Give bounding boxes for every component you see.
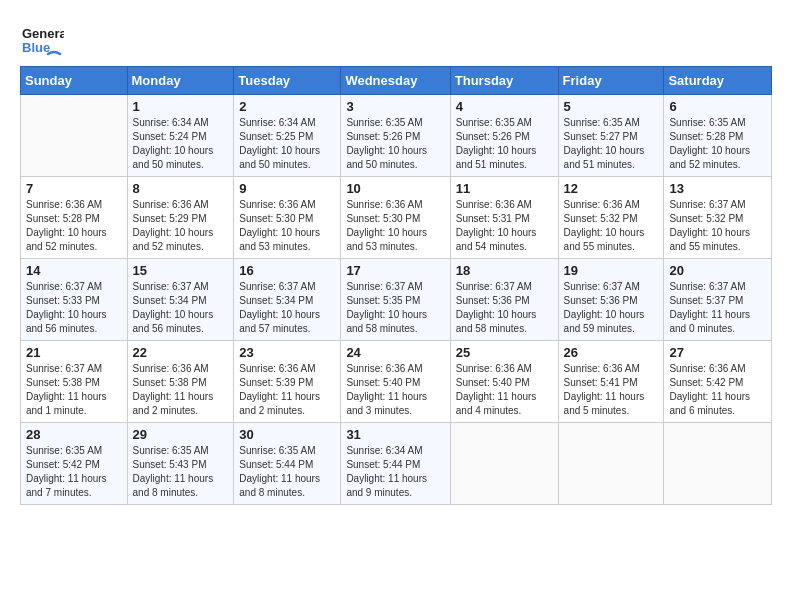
weekday-header-friday: Friday bbox=[558, 67, 664, 95]
day-number: 6 bbox=[669, 99, 766, 114]
week-row-5: 28Sunrise: 6:35 AMSunset: 5:42 PMDayligh… bbox=[21, 423, 772, 505]
cell-details: Sunrise: 6:36 AMSunset: 5:31 PMDaylight:… bbox=[456, 198, 553, 254]
day-number: 30 bbox=[239, 427, 335, 442]
cell-details: Sunrise: 6:36 AMSunset: 5:39 PMDaylight:… bbox=[239, 362, 335, 418]
calendar-cell bbox=[558, 423, 664, 505]
cell-details: Sunrise: 6:36 AMSunset: 5:42 PMDaylight:… bbox=[669, 362, 766, 418]
calendar-cell bbox=[664, 423, 772, 505]
day-number: 29 bbox=[133, 427, 229, 442]
day-number: 14 bbox=[26, 263, 122, 278]
cell-details: Sunrise: 6:37 AMSunset: 5:36 PMDaylight:… bbox=[456, 280, 553, 336]
cell-details: Sunrise: 6:34 AMSunset: 5:44 PMDaylight:… bbox=[346, 444, 444, 500]
weekday-header-wednesday: Wednesday bbox=[341, 67, 450, 95]
week-row-2: 7Sunrise: 6:36 AMSunset: 5:28 PMDaylight… bbox=[21, 177, 772, 259]
cell-details: Sunrise: 6:37 AMSunset: 5:32 PMDaylight:… bbox=[669, 198, 766, 254]
calendar-cell: 8Sunrise: 6:36 AMSunset: 5:29 PMDaylight… bbox=[127, 177, 234, 259]
weekday-header-saturday: Saturday bbox=[664, 67, 772, 95]
week-row-4: 21Sunrise: 6:37 AMSunset: 5:38 PMDayligh… bbox=[21, 341, 772, 423]
day-number: 19 bbox=[564, 263, 659, 278]
logo-icon: General Blue bbox=[20, 16, 64, 60]
day-number: 9 bbox=[239, 181, 335, 196]
cell-details: Sunrise: 6:37 AMSunset: 5:34 PMDaylight:… bbox=[133, 280, 229, 336]
calendar-cell: 18Sunrise: 6:37 AMSunset: 5:36 PMDayligh… bbox=[450, 259, 558, 341]
day-number: 11 bbox=[456, 181, 553, 196]
calendar-cell: 21Sunrise: 6:37 AMSunset: 5:38 PMDayligh… bbox=[21, 341, 128, 423]
svg-text:General: General bbox=[22, 26, 64, 41]
day-number: 28 bbox=[26, 427, 122, 442]
week-row-1: 1Sunrise: 6:34 AMSunset: 5:24 PMDaylight… bbox=[21, 95, 772, 177]
day-number: 16 bbox=[239, 263, 335, 278]
calendar-cell: 22Sunrise: 6:36 AMSunset: 5:38 PMDayligh… bbox=[127, 341, 234, 423]
day-number: 15 bbox=[133, 263, 229, 278]
calendar-cell: 11Sunrise: 6:36 AMSunset: 5:31 PMDayligh… bbox=[450, 177, 558, 259]
svg-text:Blue: Blue bbox=[22, 40, 50, 55]
calendar-cell bbox=[21, 95, 128, 177]
cell-details: Sunrise: 6:36 AMSunset: 5:41 PMDaylight:… bbox=[564, 362, 659, 418]
day-number: 18 bbox=[456, 263, 553, 278]
day-number: 21 bbox=[26, 345, 122, 360]
calendar-cell: 1Sunrise: 6:34 AMSunset: 5:24 PMDaylight… bbox=[127, 95, 234, 177]
day-number: 27 bbox=[669, 345, 766, 360]
weekday-header-sunday: Sunday bbox=[21, 67, 128, 95]
calendar-cell: 10Sunrise: 6:36 AMSunset: 5:30 PMDayligh… bbox=[341, 177, 450, 259]
cell-details: Sunrise: 6:34 AMSunset: 5:24 PMDaylight:… bbox=[133, 116, 229, 172]
cell-details: Sunrise: 6:36 AMSunset: 5:38 PMDaylight:… bbox=[133, 362, 229, 418]
cell-details: Sunrise: 6:35 AMSunset: 5:44 PMDaylight:… bbox=[239, 444, 335, 500]
weekday-header-tuesday: Tuesday bbox=[234, 67, 341, 95]
day-number: 22 bbox=[133, 345, 229, 360]
weekday-header-monday: Monday bbox=[127, 67, 234, 95]
day-number: 24 bbox=[346, 345, 444, 360]
day-number: 26 bbox=[564, 345, 659, 360]
calendar-cell: 17Sunrise: 6:37 AMSunset: 5:35 PMDayligh… bbox=[341, 259, 450, 341]
calendar-cell: 14Sunrise: 6:37 AMSunset: 5:33 PMDayligh… bbox=[21, 259, 128, 341]
calendar-cell: 6Sunrise: 6:35 AMSunset: 5:28 PMDaylight… bbox=[664, 95, 772, 177]
cell-details: Sunrise: 6:35 AMSunset: 5:27 PMDaylight:… bbox=[564, 116, 659, 172]
day-number: 12 bbox=[564, 181, 659, 196]
calendar-cell: 28Sunrise: 6:35 AMSunset: 5:42 PMDayligh… bbox=[21, 423, 128, 505]
calendar-cell: 13Sunrise: 6:37 AMSunset: 5:32 PMDayligh… bbox=[664, 177, 772, 259]
calendar-cell: 30Sunrise: 6:35 AMSunset: 5:44 PMDayligh… bbox=[234, 423, 341, 505]
day-number: 10 bbox=[346, 181, 444, 196]
day-number: 25 bbox=[456, 345, 553, 360]
calendar-cell: 25Sunrise: 6:36 AMSunset: 5:40 PMDayligh… bbox=[450, 341, 558, 423]
calendar-cell: 16Sunrise: 6:37 AMSunset: 5:34 PMDayligh… bbox=[234, 259, 341, 341]
calendar-cell: 2Sunrise: 6:34 AMSunset: 5:25 PMDaylight… bbox=[234, 95, 341, 177]
cell-details: Sunrise: 6:36 AMSunset: 5:29 PMDaylight:… bbox=[133, 198, 229, 254]
day-number: 23 bbox=[239, 345, 335, 360]
calendar-cell: 19Sunrise: 6:37 AMSunset: 5:36 PMDayligh… bbox=[558, 259, 664, 341]
cell-details: Sunrise: 6:35 AMSunset: 5:26 PMDaylight:… bbox=[346, 116, 444, 172]
cell-details: Sunrise: 6:36 AMSunset: 5:32 PMDaylight:… bbox=[564, 198, 659, 254]
calendar-cell: 29Sunrise: 6:35 AMSunset: 5:43 PMDayligh… bbox=[127, 423, 234, 505]
cell-details: Sunrise: 6:36 AMSunset: 5:30 PMDaylight:… bbox=[239, 198, 335, 254]
calendar-cell: 27Sunrise: 6:36 AMSunset: 5:42 PMDayligh… bbox=[664, 341, 772, 423]
cell-details: Sunrise: 6:37 AMSunset: 5:38 PMDaylight:… bbox=[26, 362, 122, 418]
calendar-cell: 26Sunrise: 6:36 AMSunset: 5:41 PMDayligh… bbox=[558, 341, 664, 423]
calendar-cell bbox=[450, 423, 558, 505]
calendar-cell: 7Sunrise: 6:36 AMSunset: 5:28 PMDaylight… bbox=[21, 177, 128, 259]
calendar-cell: 3Sunrise: 6:35 AMSunset: 5:26 PMDaylight… bbox=[341, 95, 450, 177]
day-number: 5 bbox=[564, 99, 659, 114]
page-header: General Blue bbox=[20, 16, 772, 60]
day-number: 1 bbox=[133, 99, 229, 114]
weekday-header-thursday: Thursday bbox=[450, 67, 558, 95]
day-number: 3 bbox=[346, 99, 444, 114]
day-number: 4 bbox=[456, 99, 553, 114]
cell-details: Sunrise: 6:37 AMSunset: 5:35 PMDaylight:… bbox=[346, 280, 444, 336]
calendar-cell: 24Sunrise: 6:36 AMSunset: 5:40 PMDayligh… bbox=[341, 341, 450, 423]
cell-details: Sunrise: 6:36 AMSunset: 5:40 PMDaylight:… bbox=[346, 362, 444, 418]
cell-details: Sunrise: 6:37 AMSunset: 5:34 PMDaylight:… bbox=[239, 280, 335, 336]
cell-details: Sunrise: 6:37 AMSunset: 5:37 PMDaylight:… bbox=[669, 280, 766, 336]
cell-details: Sunrise: 6:37 AMSunset: 5:33 PMDaylight:… bbox=[26, 280, 122, 336]
day-number: 7 bbox=[26, 181, 122, 196]
calendar-cell: 12Sunrise: 6:36 AMSunset: 5:32 PMDayligh… bbox=[558, 177, 664, 259]
day-number: 17 bbox=[346, 263, 444, 278]
week-row-3: 14Sunrise: 6:37 AMSunset: 5:33 PMDayligh… bbox=[21, 259, 772, 341]
calendar-cell: 23Sunrise: 6:36 AMSunset: 5:39 PMDayligh… bbox=[234, 341, 341, 423]
cell-details: Sunrise: 6:35 AMSunset: 5:28 PMDaylight:… bbox=[669, 116, 766, 172]
cell-details: Sunrise: 6:37 AMSunset: 5:36 PMDaylight:… bbox=[564, 280, 659, 336]
cell-details: Sunrise: 6:36 AMSunset: 5:30 PMDaylight:… bbox=[346, 198, 444, 254]
calendar-cell: 15Sunrise: 6:37 AMSunset: 5:34 PMDayligh… bbox=[127, 259, 234, 341]
calendar-cell: 9Sunrise: 6:36 AMSunset: 5:30 PMDaylight… bbox=[234, 177, 341, 259]
cell-details: Sunrise: 6:35 AMSunset: 5:43 PMDaylight:… bbox=[133, 444, 229, 500]
cell-details: Sunrise: 6:35 AMSunset: 5:42 PMDaylight:… bbox=[26, 444, 122, 500]
